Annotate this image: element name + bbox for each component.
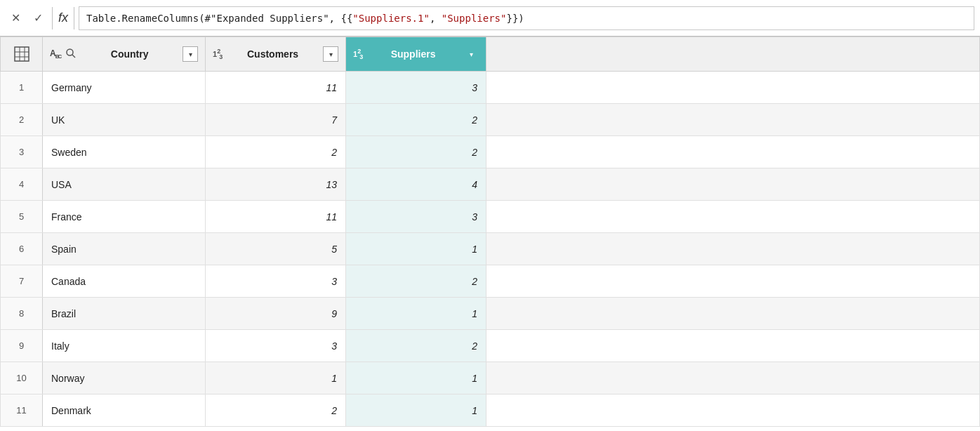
cell-country: USA xyxy=(43,168,206,201)
customers-dropdown-button[interactable]: ▾ xyxy=(323,46,338,62)
suppliers-dropdown-button[interactable]: ▾ xyxy=(463,46,479,62)
row-number: 8 xyxy=(1,298,43,330)
table-container: ABC Country ▾ 123 xyxy=(0,37,980,431)
cell-country: Denmark xyxy=(43,394,206,427)
row-number: 1 xyxy=(1,72,43,104)
cell-suppliers: 2 xyxy=(346,104,486,136)
confirm-button[interactable]: ✓ xyxy=(28,8,48,28)
table-row: 8Brazil91 xyxy=(1,298,980,330)
formula-part-end: }}) xyxy=(506,13,524,24)
svg-point-5 xyxy=(67,49,73,55)
formula-part-1: Table.RenameColumns(#"Expanded Suppliers… xyxy=(86,13,352,24)
cell-empty xyxy=(486,168,980,201)
cell-suppliers: 3 xyxy=(346,201,486,233)
cell-customers: 9 xyxy=(206,298,346,330)
table-row: 4USA134 xyxy=(1,168,980,201)
row-num-header xyxy=(1,37,43,72)
svg-rect-0 xyxy=(15,47,29,61)
row-number: 5 xyxy=(1,201,43,233)
cell-suppliers: 1 xyxy=(346,298,486,330)
row-number: 10 xyxy=(1,362,43,394)
row-number: 6 xyxy=(1,233,43,265)
table-row: 10Norway11 xyxy=(1,362,980,394)
table-row: 5France113 xyxy=(1,201,980,233)
cell-country: Germany xyxy=(43,72,206,104)
table-header-row: ABC Country ▾ 123 xyxy=(1,37,980,72)
cell-customers: 5 xyxy=(206,233,346,265)
table-icon xyxy=(14,46,29,62)
cell-suppliers: 2 xyxy=(346,330,486,362)
table-row: 6Spain51 xyxy=(1,233,980,265)
cell-empty xyxy=(486,136,980,168)
cell-customers: 3 xyxy=(206,330,346,362)
cell-country: Italy xyxy=(43,330,206,362)
cell-suppliers: 1 xyxy=(346,362,486,394)
suppliers-type-icon: 123 xyxy=(353,48,363,60)
cell-empty xyxy=(486,298,980,330)
cell-suppliers: 1 xyxy=(346,394,486,427)
cell-country: Norway xyxy=(43,362,206,394)
country-header-content: ABC Country ▾ xyxy=(43,37,205,71)
cell-customers: 3 xyxy=(206,265,346,298)
table-row: 1Germany113 xyxy=(1,72,980,104)
formula-string-1: "Suppliers.1" xyxy=(352,13,430,24)
cell-country: Sweden xyxy=(43,136,206,168)
cell-suppliers: 2 xyxy=(346,136,486,168)
country-dropdown-button[interactable]: ▾ xyxy=(183,46,198,62)
empty-header xyxy=(486,37,980,72)
cell-country: Brazil xyxy=(43,298,206,330)
formula-text: Table.RenameColumns(#"Expanded Suppliers… xyxy=(86,13,524,24)
cell-suppliers: 2 xyxy=(346,265,486,298)
cell-customers: 2 xyxy=(206,136,346,168)
cell-country: Spain xyxy=(43,233,206,265)
row-number: 11 xyxy=(1,394,43,427)
cell-empty xyxy=(486,330,980,362)
fx-label: fx xyxy=(52,7,74,29)
country-label: Country xyxy=(79,48,180,60)
table-row: 11Denmark21 xyxy=(1,394,980,427)
customers-label: Customers xyxy=(225,48,320,60)
cell-empty xyxy=(486,394,980,427)
formula-bar-icons: ✕ ✓ xyxy=(6,8,48,28)
customers-type-icon: 123 xyxy=(213,48,223,60)
suppliers-header-content: 123 Suppliers ▾ xyxy=(346,37,486,71)
row-number: 7 xyxy=(1,265,43,298)
cell-empty xyxy=(486,201,980,233)
cell-customers: 7 xyxy=(206,104,346,136)
cell-empty xyxy=(486,233,980,265)
cell-suppliers: 4 xyxy=(346,168,486,201)
column-header-country: ABC Country ▾ xyxy=(43,37,206,72)
cell-empty xyxy=(486,104,980,136)
formula-sep: , xyxy=(430,13,442,24)
formula-string-2: "Suppliers" xyxy=(442,13,507,24)
cell-suppliers: 3 xyxy=(346,72,486,104)
country-type-icon: ABC xyxy=(50,48,61,60)
search-icon xyxy=(65,48,77,59)
suppliers-label: Suppliers xyxy=(366,48,461,60)
row-number: 2 xyxy=(1,104,43,136)
cell-empty xyxy=(486,362,980,394)
cell-country: Canada xyxy=(43,265,206,298)
table-row: 3Sweden22 xyxy=(1,136,980,168)
cancel-button[interactable]: ✕ xyxy=(6,8,25,28)
table-row: 2UK72 xyxy=(1,104,980,136)
row-number: 3 xyxy=(1,136,43,168)
cell-customers: 1 xyxy=(206,362,346,394)
data-table: ABC Country ▾ 123 xyxy=(0,37,980,427)
cell-country: UK xyxy=(43,104,206,136)
cell-customers: 11 xyxy=(206,72,346,104)
cell-empty xyxy=(486,72,980,104)
formula-bar: ✕ ✓ fx Table.RenameColumns(#"Expanded Su… xyxy=(0,0,980,37)
column-header-customers: 123 Customers ▾ xyxy=(206,37,346,72)
table-body: 1Germany1132UK723Sweden224USA1345France1… xyxy=(1,72,980,427)
customers-header-content: 123 Customers ▾ xyxy=(206,37,345,71)
cell-empty xyxy=(486,265,980,298)
table-row: 7Canada32 xyxy=(1,265,980,298)
cell-suppliers: 1 xyxy=(346,233,486,265)
cell-customers: 13 xyxy=(206,168,346,201)
cell-customers: 2 xyxy=(206,394,346,427)
cell-country: France xyxy=(43,201,206,233)
svg-line-6 xyxy=(72,55,75,58)
column-header-suppliers: 123 Suppliers ▾ xyxy=(346,37,486,72)
table-row: 9Italy32 xyxy=(1,330,980,362)
